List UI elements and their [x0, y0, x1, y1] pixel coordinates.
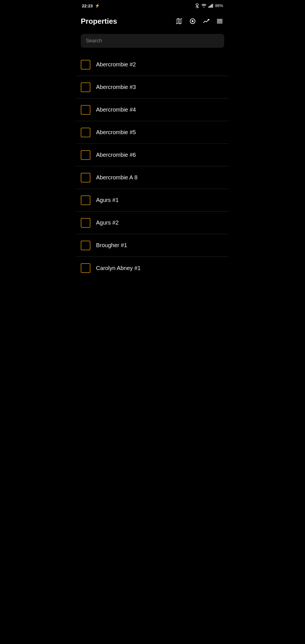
- list-item[interactable]: Agurs #2: [76, 212, 229, 234]
- list-item[interactable]: Agurs #1: [76, 189, 229, 212]
- property-name: Abercrombie #2: [96, 61, 136, 68]
- page-title: Properties: [81, 17, 117, 26]
- list-item[interactable]: Brougher #1: [76, 234, 229, 257]
- map-icon[interactable]: [175, 17, 184, 26]
- lightning-icon: ⚡: [95, 3, 100, 8]
- svg-point-5: [192, 20, 194, 22]
- property-checkbox[interactable]: [81, 128, 90, 137]
- property-name: Brougher #1: [96, 242, 127, 249]
- property-name: Abercrombie #3: [96, 84, 136, 90]
- property-list: Abercrombie #2Abercrombie #3Abercrombie …: [76, 53, 229, 279]
- property-name: Abercrombie A 8: [96, 174, 138, 181]
- property-name: Abercrombie #4: [96, 106, 136, 113]
- status-left: 22:23 ⚡: [82, 3, 100, 8]
- property-checkbox[interactable]: [81, 82, 90, 92]
- property-name: Abercrombie #6: [96, 152, 136, 158]
- status-right: 86%: [195, 3, 223, 8]
- property-checkbox[interactable]: [81, 60, 90, 69]
- header: Properties: [76, 11, 229, 31]
- list-item[interactable]: Abercrombie #4: [76, 99, 229, 121]
- menu-icon[interactable]: [215, 17, 224, 26]
- list-item[interactable]: Abercrombie #2: [76, 53, 229, 76]
- list-item[interactable]: Abercrombie #6: [76, 144, 229, 166]
- svg-rect-4: [213, 4, 213, 8]
- svg-rect-0: [208, 6, 209, 8]
- property-checkbox[interactable]: [81, 218, 90, 228]
- property-checkbox[interactable]: [81, 150, 90, 160]
- property-checkbox[interactable]: [81, 105, 90, 115]
- signal-icon: [208, 4, 213, 8]
- list-item[interactable]: Abercrombie A 8: [76, 166, 229, 189]
- wifi-icon: [201, 3, 207, 8]
- list-item[interactable]: Abercrombie #3: [76, 76, 229, 99]
- property-checkbox[interactable]: [81, 241, 90, 250]
- property-checkbox[interactable]: [81, 195, 90, 205]
- analytics-icon[interactable]: [202, 17, 211, 26]
- status-bar: 22:23 ⚡ 86%: [76, 0, 229, 11]
- search-input[interactable]: [81, 34, 224, 48]
- battery-percent: 86%: [215, 3, 223, 8]
- property-name: Carolyn Abney #1: [96, 265, 141, 271]
- list-item[interactable]: Abercrombie #5: [76, 121, 229, 144]
- status-time: 22:23: [82, 3, 93, 8]
- property-checkbox[interactable]: [81, 263, 90, 273]
- list-item[interactable]: Carolyn Abney #1: [76, 257, 229, 279]
- header-actions: [175, 17, 224, 26]
- bluetooth-icon: [195, 3, 199, 8]
- search-container: [76, 31, 229, 53]
- location-target-icon[interactable]: [188, 17, 197, 26]
- property-name: Agurs #1: [96, 197, 119, 203]
- svg-rect-3: [212, 4, 213, 8]
- property-name: Agurs #2: [96, 219, 119, 226]
- property-name: Abercrombie #5: [96, 129, 136, 136]
- svg-rect-1: [210, 6, 210, 8]
- svg-rect-2: [211, 5, 212, 8]
- property-checkbox[interactable]: [81, 173, 90, 182]
